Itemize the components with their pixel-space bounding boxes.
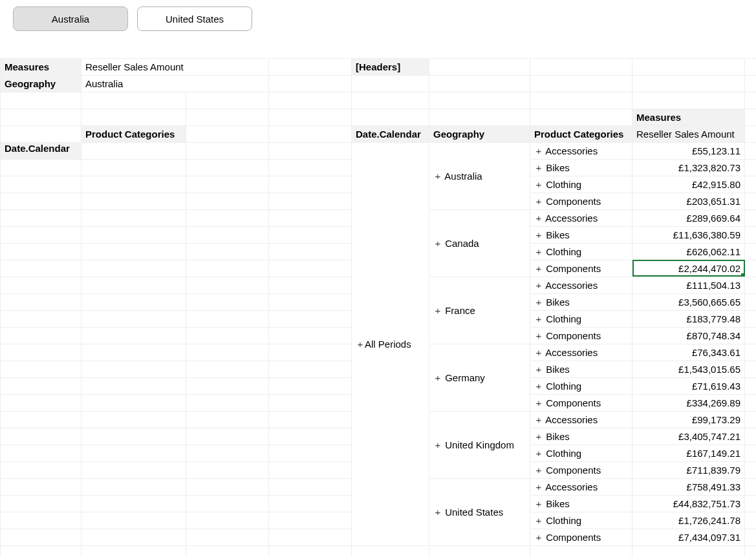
cell-product-category[interactable]: + Accessories: [530, 209, 632, 226]
expand-icon[interactable]: +: [534, 297, 543, 308]
expand-icon[interactable]: +: [534, 196, 543, 207]
cell-product-category[interactable]: + Clothing: [530, 176, 632, 193]
expand-icon[interactable]: +: [534, 263, 543, 274]
expand-icon[interactable]: +: [534, 532, 543, 543]
cell-product-category[interactable]: + Accessories: [530, 277, 632, 293]
expand-icon[interactable]: +: [534, 448, 543, 459]
cell-value[interactable]: £758,491.33: [632, 478, 745, 495]
slicer-button-united-states[interactable]: United States: [137, 6, 252, 31]
cell-product-category[interactable]: + Components: [530, 193, 632, 209]
cell-value[interactable]: £711,839.79: [632, 461, 745, 478]
expand-icon[interactable]: +: [534, 381, 543, 392]
cell-geography[interactable]: + France: [429, 277, 530, 344]
expand-icon[interactable]: +: [534, 330, 543, 341]
expand-icon[interactable]: +: [534, 515, 543, 526]
header-right-prodcat[interactable]: Product Categories: [530, 125, 632, 142]
cell-value[interactable]: £76,343.61: [632, 344, 745, 361]
expand-icon[interactable]: +: [433, 372, 442, 383]
expand-icon[interactable]: +: [534, 313, 543, 324]
cell-product-category[interactable]: + Components: [530, 461, 632, 478]
cell-product-category[interactable]: + Bikes: [530, 159, 632, 176]
expand-icon[interactable]: +: [433, 507, 442, 518]
cell-value[interactable]: £203,651.31: [632, 193, 745, 209]
product-category-label: Bikes: [546, 229, 570, 240]
cell-product-category[interactable]: + Components: [530, 327, 632, 344]
expand-icon[interactable]: +: [534, 179, 543, 190]
expand-icon[interactable]: +: [534, 397, 543, 408]
cell-product-category[interactable]: + Accessories: [530, 142, 632, 159]
cell-geography[interactable]: + Germany: [429, 344, 530, 411]
product-category-label: Clothing: [546, 448, 581, 459]
expand-icon[interactable]: +: [534, 414, 543, 425]
cell-all-periods[interactable]: +All Periods: [352, 142, 429, 545]
expand-icon[interactable]: +: [534, 229, 543, 240]
cell-product-category[interactable]: + Bikes: [530, 495, 632, 512]
expand-icon[interactable]: +: [534, 498, 543, 509]
header-left-datecal[interactable]: Date.Calendar: [1, 142, 81, 159]
cell-product-category[interactable]: + Components: [530, 394, 632, 411]
expand-icon[interactable]: +: [534, 145, 543, 156]
cell-geography[interactable]: + Canada: [429, 209, 530, 277]
cell-value[interactable]: £42,915.80: [632, 176, 745, 193]
expand-icon[interactable]: +: [433, 305, 442, 316]
cell-value[interactable]: £71,619.43: [632, 377, 745, 394]
cell-value[interactable]: £3,405,747.21: [632, 428, 745, 445]
expand-icon[interactable]: +: [534, 347, 543, 358]
header-left-prodcat[interactable]: Product Categories: [81, 125, 186, 142]
cell-value[interactable]: £870,748.34: [632, 327, 745, 344]
cell-value[interactable]: £2,244,470.02: [632, 260, 745, 277]
product-category-label: Accessories: [545, 280, 598, 291]
header-right-geography[interactable]: Geography: [429, 125, 530, 142]
cell-value[interactable]: £55,123.11: [632, 142, 745, 159]
cell-value[interactable]: £44,832,751.73: [632, 495, 745, 512]
cell-value[interactable]: £7,434,097.31: [632, 529, 745, 545]
expand-icon[interactable]: +: [534, 465, 543, 476]
cell-product-category[interactable]: + Components: [530, 529, 632, 545]
cell-product-category[interactable]: + Components: [530, 260, 632, 277]
cell-product-category[interactable]: + Clothing: [530, 512, 632, 529]
cell-product-category[interactable]: + Bikes: [530, 293, 632, 310]
cell-product-category[interactable]: + Bikes: [530, 428, 632, 445]
cell-value[interactable]: £99,173.29: [632, 411, 745, 428]
cell-value[interactable]: £167,149.21: [632, 445, 745, 461]
expand-icon[interactable]: +: [534, 481, 543, 492]
cell-product-category[interactable]: + Bikes: [530, 226, 632, 243]
cell-value[interactable]: £111,504.13: [632, 277, 745, 293]
expand-icon[interactable]: +: [433, 171, 442, 182]
expand-icon[interactable]: +: [534, 246, 543, 257]
expand-icon[interactable]: +: [356, 339, 365, 350]
cell-geography[interactable]: + United Kingdom: [429, 411, 530, 478]
cell-value[interactable]: £3,560,665.65: [632, 293, 745, 310]
slicer-button-australia[interactable]: Australia: [13, 6, 128, 31]
expand-icon[interactable]: +: [433, 439, 442, 450]
all-periods-label: All Periods: [365, 339, 411, 350]
header-right-datecal[interactable]: Date.Calendar: [352, 125, 429, 142]
cell-product-category[interactable]: + Accessories: [530, 411, 632, 428]
cell-product-category[interactable]: + Clothing: [530, 310, 632, 327]
value-geography[interactable]: Australia: [81, 75, 269, 92]
cell-product-category[interactable]: + Accessories: [530, 344, 632, 361]
cell-product-category[interactable]: + Clothing: [530, 377, 632, 394]
cell-value[interactable]: £1,323,820.73: [632, 159, 745, 176]
cell-geography[interactable]: + Australia: [429, 142, 530, 209]
cell-geography[interactable]: + United States: [429, 478, 530, 545]
expand-icon[interactable]: +: [534, 213, 543, 224]
expand-icon[interactable]: +: [534, 162, 543, 173]
value-measures[interactable]: Reseller Sales Amount: [81, 58, 269, 75]
cell-value[interactable]: £334,269.89: [632, 394, 745, 411]
cell-product-category[interactable]: + Clothing: [530, 243, 632, 260]
cell-value[interactable]: £1,543,015.65: [632, 361, 745, 377]
cell-product-category[interactable]: + Accessories: [530, 478, 632, 495]
cell-value[interactable]: £289,669.64: [632, 209, 745, 226]
expand-icon[interactable]: +: [534, 364, 543, 375]
worksheet-grid[interactable]: Measures Reseller Sales Amount [Headers]…: [0, 36, 756, 557]
cell-value[interactable]: £183,779.48: [632, 310, 745, 327]
cell-value[interactable]: £626,062.11: [632, 243, 745, 260]
expand-icon[interactable]: +: [534, 431, 543, 442]
expand-icon[interactable]: +: [534, 280, 543, 291]
cell-value[interactable]: £1,726,241.78: [632, 512, 745, 529]
cell-product-category[interactable]: + Clothing: [530, 445, 632, 461]
cell-product-category[interactable]: + Bikes: [530, 361, 632, 377]
expand-icon[interactable]: +: [433, 238, 442, 249]
cell-value[interactable]: £11,636,380.59: [632, 226, 745, 243]
